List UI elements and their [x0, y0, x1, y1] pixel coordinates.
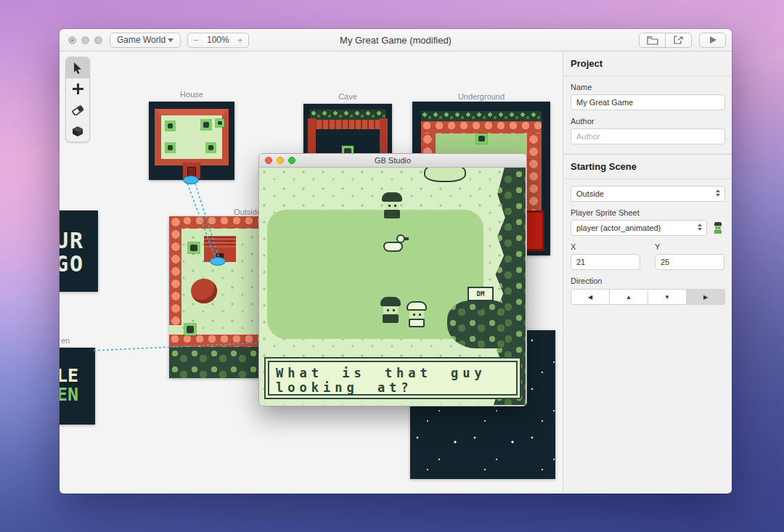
game-window-titlebar[interactable]: GB Studio [259, 154, 526, 168]
tool-palette [65, 57, 90, 142]
zoom-level: 100% [204, 35, 232, 45]
player-sprite-value: player (actor_animated) [576, 224, 661, 232]
starting-scene-value: Outside [576, 189, 604, 198]
zoom-in-button[interactable]: + [232, 35, 248, 46]
scene-label-cave[interactable]: Cave [303, 92, 392, 101]
app-toolbar: Game World − 100% + My Great Game (modif… [60, 29, 732, 52]
scene-title-screen[interactable]: LE EN [60, 348, 95, 425]
trigger-outside-door[interactable] [210, 257, 226, 266]
title-text-line2: EN [60, 385, 78, 404]
scene-label-title-fragment[interactable]: en [61, 336, 70, 345]
direction-label: Direction [571, 277, 724, 285]
bush[interactable] [191, 279, 217, 303]
window-controls [68, 36, 102, 44]
zoom-window-button[interactable] [288, 157, 295, 164]
close-button[interactable] [68, 36, 76, 44]
npc-girl-sprite [407, 301, 427, 327]
game-window-controls [265, 157, 295, 164]
dialogue-box: What is that guy looking at? [264, 357, 521, 399]
toolbar-right-buttons [639, 33, 726, 48]
direction-right-button[interactable]: ▶ [686, 289, 725, 305]
direction-up-button[interactable]: ▲ [609, 289, 648, 305]
zoom-control: − 100% + [187, 33, 249, 48]
export-icon [673, 35, 684, 45]
collisions-tool[interactable] [66, 120, 89, 142]
zoom-window-button[interactable] [94, 36, 102, 44]
sign-sprite: DM [467, 287, 494, 310]
x-input[interactable] [571, 254, 640, 270]
actor-sign[interactable] [206, 143, 216, 152]
starting-scene-select[interactable]: Outside [571, 186, 725, 202]
actor-item[interactable] [216, 119, 224, 127]
scene-logo[interactable]: UR GO [60, 210, 98, 292]
trigger-house-door[interactable] [183, 176, 199, 184]
y-input[interactable] [655, 254, 724, 270]
play-icon [709, 36, 717, 44]
direction-down-button[interactable]: ▼ [648, 289, 687, 305]
actor-underground[interactable] [476, 134, 487, 144]
chevron-down-icon [168, 38, 173, 42]
player-sprite [382, 192, 402, 218]
npc-guy-sprite [380, 297, 401, 323]
collisions-cube-icon [72, 126, 83, 137]
add-tool[interactable] [66, 78, 89, 99]
player-sprite-preview-icon [711, 221, 724, 234]
minimize-button[interactable] [277, 157, 284, 164]
close-button[interactable] [265, 157, 272, 164]
game-window-title: GB Studio [259, 156, 526, 165]
dialogue-line-2: looking at? [276, 380, 520, 395]
app-window: Game World − 100% + My Great Game (modif… [60, 29, 732, 494]
select-cursor-icon [73, 62, 83, 74]
name-label: Name [571, 83, 724, 91]
scene-label-underground[interactable]: Underground [412, 92, 550, 101]
duck-sprite [383, 234, 407, 252]
starting-scene-heading: Starting Scene [563, 155, 732, 179]
project-sidebar: Project Name Author Starting Scene Outsi… [563, 52, 732, 493]
game-screen: DM What is that guy looking at? [260, 168, 526, 405]
desktop-wallpaper: Game World − 100% + My Great Game (modif… [0, 0, 784, 532]
scene-type-label: Game World [117, 35, 166, 45]
actor-cat[interactable] [188, 242, 200, 253]
scene-label-outside[interactable]: Outside [202, 208, 261, 216]
player-sprite-select[interactable]: player (actor_animated) [571, 220, 707, 236]
direction-left-button[interactable]: ◀ [571, 289, 610, 305]
game-preview-window[interactable]: GB Studio [258, 153, 527, 406]
sign-text: DM [467, 287, 494, 301]
eraser-tool[interactable] [66, 99, 89, 120]
eraser-icon [72, 105, 83, 115]
title-text-line1: LE [60, 367, 78, 385]
select-tool[interactable] [66, 57, 89, 78]
x-label: X [571, 242, 640, 251]
add-icon [73, 83, 83, 94]
select-updown-icon [698, 224, 702, 231]
actor-sign[interactable] [166, 121, 175, 131]
project-heading: Project [563, 52, 732, 76]
open-folder-button[interactable] [639, 33, 666, 48]
actor-npc[interactable] [201, 120, 211, 130]
author-input[interactable] [571, 128, 725, 144]
zoom-out-button[interactable]: − [188, 35, 204, 46]
dialogue-line-1: What is that guy [276, 366, 520, 380]
player-sprite-label: Player Sprite Sheet [571, 208, 724, 217]
scene-type-dropdown[interactable]: Game World [110, 33, 181, 48]
player-start-position[interactable] [184, 324, 196, 335]
logo-text-line1: UR [60, 229, 84, 253]
export-button[interactable] [665, 33, 692, 48]
actor-sign[interactable] [166, 143, 175, 152]
select-updown-icon [716, 189, 720, 197]
logo-text-line2: GO [60, 253, 84, 276]
minimize-button[interactable] [81, 36, 89, 44]
folder-icon [647, 36, 658, 45]
y-label: Y [655, 242, 724, 251]
direction-button-group: ◀ ▲ ▼ ▶ [571, 289, 725, 305]
scene-label-house[interactable]: House [149, 90, 234, 99]
project-name-input[interactable] [571, 94, 725, 110]
author-label: Author [571, 117, 724, 126]
run-game-button[interactable] [699, 33, 726, 48]
rock [424, 168, 466, 182]
world-canvas[interactable]: House Cave [60, 52, 563, 493]
scene-house[interactable] [149, 102, 234, 180]
